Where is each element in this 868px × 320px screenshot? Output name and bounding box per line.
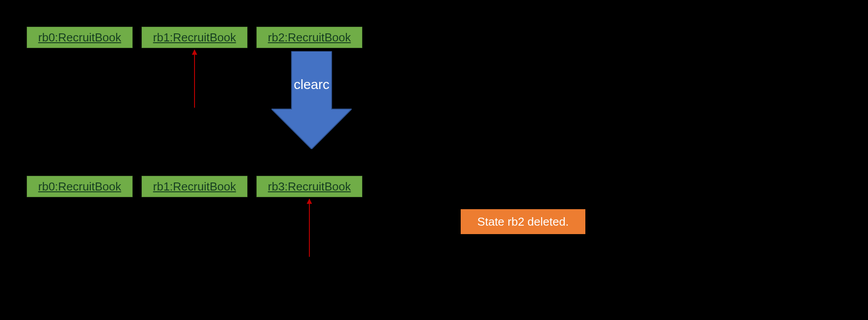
- deleted-state-note: State rb2 deleted.: [461, 209, 585, 234]
- current-state-pointer-top: [194, 50, 195, 108]
- uml-object-rb2-top: rb2:RecruitBook: [256, 27, 362, 48]
- uml-object-rb0-bottom: rb0:RecruitBook: [27, 176, 133, 197]
- uml-object-rb1-top: rb1:RecruitBook: [142, 27, 247, 48]
- down-arrow-shape: [272, 51, 352, 149]
- command-arrow: clearc: [272, 51, 352, 149]
- uml-object-rb1-bottom: rb1:RecruitBook: [142, 176, 247, 197]
- uml-object-rb0-top: rb0:RecruitBook: [27, 27, 133, 48]
- arrow-label: clearc: [272, 77, 352, 92]
- current-state-pointer-bottom: [309, 199, 310, 257]
- down-arrow-icon: [272, 51, 352, 149]
- uml-object-rb3-bottom: rb3:RecruitBook: [256, 176, 362, 197]
